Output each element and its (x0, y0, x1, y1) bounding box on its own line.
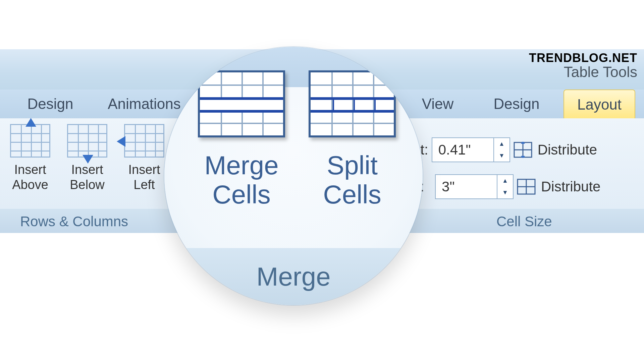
distribute-columns-icon (517, 179, 536, 195)
tab-view-label: View (422, 96, 454, 112)
tab-table-layout-label: Layout (577, 96, 622, 113)
insert-left-label: Insert Left (117, 162, 171, 192)
insert-above-button[interactable]: Insert Above (3, 124, 57, 192)
merge-cells-icon (198, 70, 285, 137)
group-label-merge: Merge (256, 261, 330, 292)
insert-below-label: Insert Below (60, 162, 114, 192)
tab-animations-label: Animations (108, 96, 181, 112)
tab-view[interactable]: View (413, 89, 463, 118)
insert-above-icon (10, 124, 50, 158)
insert-below-button[interactable]: Insert Below (60, 124, 114, 192)
split-cells-label: Split Cells (299, 151, 406, 209)
distribute-columns-button[interactable]: Distribute (517, 179, 600, 195)
watermark-text: TRENDBLOG.NET (529, 51, 637, 65)
group-label-cell-size: Cell Size (496, 214, 552, 230)
magnifier-lens: Merge Cells Split Cells Merge (164, 47, 423, 305)
group-label-rows-columns: Rows & Columns (20, 214, 128, 230)
tab-table-design-label: Design (494, 96, 540, 112)
tab-design[interactable]: Design (17, 89, 84, 118)
magnifier-group-footer: Merge (164, 248, 423, 305)
tab-table-layout[interactable]: Layout (564, 89, 635, 119)
split-cells-button[interactable]: Split Cells (299, 70, 406, 209)
insert-below-icon (67, 124, 107, 158)
tab-design-label: Design (28, 96, 73, 112)
row-height-control: ht: 0.41" ▲▼ Distribute (413, 137, 597, 162)
insert-left-icon (124, 124, 164, 158)
merge-cells-button[interactable]: Merge Cells (188, 70, 295, 209)
distribute-rows-label: Distribute (538, 142, 597, 158)
tab-animations[interactable]: Animations (97, 89, 191, 118)
insert-left-button[interactable]: Insert Left (117, 124, 171, 192)
column-width-control: h: 3" ▲▼ Distribute (413, 174, 600, 199)
height-spinner[interactable]: 0.41" ▲▼ (432, 137, 510, 162)
distribute-rows-button[interactable]: Distribute (514, 142, 597, 158)
height-value: 0.41" (432, 142, 493, 158)
contextual-tab-title: Table Tools (564, 64, 637, 80)
distribute-columns-label: Distribute (541, 179, 600, 195)
width-spinner-buttons[interactable]: ▲▼ (497, 175, 513, 198)
width-spinner[interactable]: 3" ▲▼ (435, 174, 514, 199)
merge-cells-label: Merge Cells (188, 151, 295, 209)
insert-above-label: Insert Above (3, 162, 57, 192)
height-spinner-buttons[interactable]: ▲▼ (493, 138, 509, 162)
distribute-rows-icon (514, 142, 532, 158)
tab-table-design[interactable]: Design (483, 89, 550, 118)
width-value: 3" (436, 179, 497, 195)
